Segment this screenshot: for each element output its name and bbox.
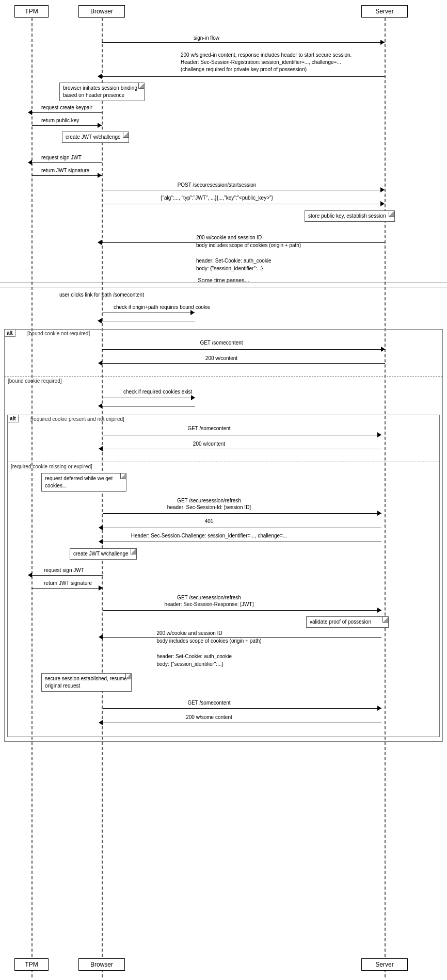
arrowhead-401 xyxy=(99,525,103,530)
msg-401: 401 xyxy=(205,518,214,524)
arrow-challenge xyxy=(103,542,381,542)
arrowhead-get2 xyxy=(377,432,381,437)
arrow-post xyxy=(102,190,385,190)
frame-condition-1: [bound cookie not required] xyxy=(25,330,92,337)
arrow-200-some xyxy=(103,723,381,723)
actor-browser: Browser xyxy=(78,5,125,18)
note-request-deferred: request deferred while we get cookies... xyxy=(41,473,126,492)
alt-divider-1 xyxy=(5,376,442,377)
arrowhead-jwtsig xyxy=(98,173,102,178)
msg-signin-flow: sign-in flow xyxy=(194,35,219,41)
msg-request-keypair: request create keypair xyxy=(41,105,92,110)
arrowhead-check-cookies xyxy=(191,395,195,400)
msg-get-refresh1: GET /securesession/refresh xyxy=(177,498,241,503)
arrow-200-cookie xyxy=(102,242,385,243)
arrowhead-check-origin xyxy=(190,310,195,315)
arrowhead-refresh2 xyxy=(377,608,381,613)
arrowhead-200-1 xyxy=(98,361,102,366)
arrow-sign xyxy=(32,162,102,163)
note-jwt-challenge: create JWT w/challenge xyxy=(62,132,129,143)
alt-divider-2 xyxy=(8,462,439,462)
arrow-signin xyxy=(102,42,385,43)
arrow-get1 xyxy=(102,349,385,350)
msg-request-sign: request sign JWT xyxy=(41,155,82,160)
arrow-pubkey xyxy=(32,125,102,126)
arrowhead-pubkey xyxy=(98,123,102,128)
arrow-refresh1 xyxy=(103,513,381,514)
arrowhead-200 xyxy=(98,74,102,79)
msg-get-refresh2b: header: Sec-Session-Response: [JWT] xyxy=(165,601,254,607)
msg-user-clicks: user clicks link for path /somecontent xyxy=(59,292,150,298)
arrowhead-check-return xyxy=(98,318,102,323)
msg-get-final: GET /somecontent xyxy=(187,700,230,706)
arrowhead-200-cookie xyxy=(98,240,102,245)
alt-frame-outer: alt [bound cookie not required] GET /som… xyxy=(4,329,443,742)
arrow-200 xyxy=(102,76,385,77)
arrowhead-keypair xyxy=(28,110,32,115)
arrowhead-200-cookie2 xyxy=(99,634,103,640)
msg-req-sign2: request sign JWT xyxy=(44,567,84,573)
arrow-check-cookies xyxy=(102,398,195,398)
arrow-check-return xyxy=(102,321,195,321)
arrowhead-challenge xyxy=(99,539,103,544)
msg-200-content2: 200 w/content xyxy=(193,441,225,447)
msg-jwt-sig: return JWT signature xyxy=(41,168,89,173)
time-line-bottom xyxy=(0,287,447,287)
frame-condition-inner1: [required cookie present and not expired… xyxy=(28,415,126,423)
actor-server-bottom: Server xyxy=(361,958,408,971)
actor-tpm: TPM xyxy=(14,5,49,18)
msg-public-key: return public key xyxy=(41,118,79,123)
msg-check-cookies: check if required cookies exist xyxy=(123,389,192,395)
arrow-200-2 xyxy=(103,449,381,449)
msg-challenge-header: Header: Sec-Session-Challenge: session_i… xyxy=(131,533,287,538)
arrow-sign2 xyxy=(32,575,103,576)
note-store-pubkey: store public key, establish session xyxy=(305,210,395,222)
arrowhead-200-some xyxy=(99,720,103,725)
frame-label-alt2: alt xyxy=(7,415,19,422)
arrow-200-1 xyxy=(102,363,385,364)
arrow-keypair xyxy=(32,112,102,113)
arrowhead-signin xyxy=(380,40,385,45)
arrowhead-get-final xyxy=(377,706,381,711)
arrowhead-jwtsig2 xyxy=(99,585,103,591)
arrowhead-check-cookies-ret xyxy=(98,403,102,409)
msg-check-origin: check if origin+path requires bound cook… xyxy=(114,304,211,310)
arrow-jwt-body xyxy=(102,204,385,204)
frame-label-alt1: alt xyxy=(4,329,15,337)
arrowhead-sign2 xyxy=(28,573,32,578)
note-validate: validate proof of possesion xyxy=(306,616,389,628)
msg-200-some: 200 w/some content xyxy=(186,714,232,720)
actor-tpm-bottom: TPM xyxy=(14,958,49,971)
msg-post-session: POST /securesession/startsession xyxy=(178,182,257,188)
note-browser-binding: browser initiates session bindingbased o… xyxy=(59,83,145,101)
arrowhead-200-2 xyxy=(99,446,103,451)
arrow-200-cookie2 xyxy=(103,637,381,638)
frame-condition-inner2: [required cookie missing or expired] xyxy=(9,463,94,470)
msg-200-cookie: 200 w/cookie and session ID body include… xyxy=(196,234,301,272)
msg-get-refresh1b: header: Sec-Session-Id: [session ID] xyxy=(167,504,251,510)
sequence-diagram: TPM Browser Server sign-in flow 200 w/si… xyxy=(0,0,447,980)
note-jwt-challenge2: create JWT w/challenge xyxy=(70,548,137,560)
msg-get-refresh2: GET /securesession/refresh xyxy=(177,595,241,600)
arrow-get-final xyxy=(103,708,381,709)
actor-browser-bottom: Browser xyxy=(78,958,125,971)
arrow-jwtsig xyxy=(32,175,102,176)
note-secure-session: secure session established, resumeorigin… xyxy=(41,673,132,692)
msg-200-cookie2: 200 w/cookie and session ID body include… xyxy=(156,629,261,668)
actor-server: Server xyxy=(361,5,408,18)
msg-jwt-body: {"alg":..., "typ":"JWT", ...}{...,"key":… xyxy=(161,195,273,201)
frame-condition-2: [bound cookie required] xyxy=(6,377,64,385)
msg-200-content1: 200 w/content xyxy=(205,355,237,361)
msg-200-response: 200 w/signed-in content, response includ… xyxy=(181,52,352,73)
msg-get-some1: GET /somecontent xyxy=(200,340,243,346)
arrowhead-get1 xyxy=(381,347,385,352)
msg-jwt-sig2: return JWT signature xyxy=(44,580,92,586)
alt-frame-inner: alt [required cookie present and not exp… xyxy=(7,415,440,737)
arrowhead-jwt-body xyxy=(380,201,385,206)
arrow-check-cookies-ret xyxy=(102,406,195,406)
arrowhead-refresh1 xyxy=(377,511,381,516)
arrow-401 xyxy=(103,528,381,528)
arrow-jwtsig2 xyxy=(32,588,103,589)
arrowhead-sign xyxy=(28,160,32,165)
arrowhead-post xyxy=(380,187,385,192)
